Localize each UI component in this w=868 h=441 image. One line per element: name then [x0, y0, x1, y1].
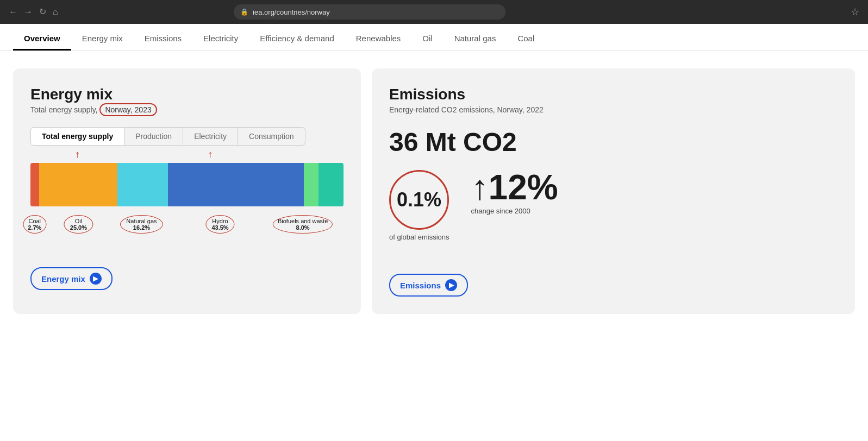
emissions-pct-circle: 0.1% [389, 170, 449, 230]
main-content: Energy mix Total energy supply, Norway, … [0, 51, 868, 331]
energy-mix-link-label: Energy mix [41, 274, 85, 284]
bar-label-natural-gas: Natural gas 16.2% [120, 215, 163, 234]
label-oil-value: 25.0% [70, 224, 87, 231]
browser-chrome: ← → ↻ ⌂ 🔒 iea.org/countries/norway ☆ [0, 0, 868, 24]
label-biofuels-value: 8.0% [278, 224, 328, 231]
nav-item-electricity[interactable]: Electricity [192, 24, 249, 51]
energy-mix-title: Energy mix [30, 86, 344, 103]
tab-arrow-total: ↑ [75, 149, 80, 160]
emissions-subtitle: Energy-related CO2 emissions, Norway, 20… [389, 105, 838, 114]
energy-mix-link-arrow: ▶ [90, 273, 102, 285]
nav-item-energy-mix[interactable]: Energy mix [71, 24, 134, 51]
bar-segment-coal [30, 163, 39, 206]
bar-segment-natural-gas [117, 163, 168, 206]
emissions-link-label: Emissions [400, 281, 441, 290]
label-coal-value: 2.7% [28, 224, 41, 231]
emissions-pct-label: of global emissions [389, 233, 449, 241]
tab-electricity[interactable]: Electricity ↑ [183, 127, 238, 146]
label-hydro-value: 43.5% [211, 224, 228, 231]
emissions-change: ↑12% change since 2000 [471, 170, 558, 215]
emissions-main-value: 36 Mt CO2 [389, 127, 838, 157]
bar-label-coal: Coal 2.7% [23, 215, 46, 234]
bar-segment-biofuels-green [304, 163, 318, 206]
label-biofuels-name: Biofuels and waste [278, 218, 328, 224]
label-gas-value: 16.2% [126, 224, 157, 231]
label-oil-name: Oil [70, 218, 87, 224]
tab-total-energy-supply[interactable]: Total energy supply ↑ [30, 127, 124, 146]
energy-mix-link[interactable]: Energy mix ▶ [30, 267, 113, 290]
emissions-change-number: 12% [489, 168, 558, 207]
label-gas-name: Natural gas [126, 218, 157, 224]
emissions-link-arrow: ▶ [445, 279, 457, 291]
emissions-global-pct: 0.1% of global emissions [389, 170, 449, 241]
bar-segment-oil [39, 163, 117, 206]
emissions-card: Emissions Energy-related CO2 emissions, … [372, 68, 855, 314]
nav-item-overview[interactable]: Overview [13, 24, 71, 51]
emissions-pct-value: 0.1% [397, 188, 441, 211]
cards-row: Energy mix Total energy supply, Norway, … [13, 68, 855, 314]
bar-segment-hydro [168, 163, 304, 206]
home-button[interactable]: ⌂ [53, 8, 58, 16]
nav-item-natural-gas[interactable]: Natural gas [444, 24, 507, 51]
bar-chart [30, 163, 344, 206]
emissions-link[interactable]: Emissions ▶ [389, 274, 468, 297]
address-bar[interactable]: 🔒 iea.org/countries/norway [234, 4, 505, 20]
nav-bar: Overview Energy mix Emissions Electricit… [0, 24, 868, 51]
energy-mix-subtitle-highlight: Norway, 2023 [99, 103, 157, 116]
nav-item-renewables[interactable]: Renewables [345, 24, 412, 51]
refresh-button[interactable]: ↻ [39, 8, 46, 16]
energy-mix-tabs: Total energy supply ↑ Production Electri… [30, 127, 344, 146]
address-icon: 🔒 [240, 8, 248, 16]
emissions-change-value: ↑12% [471, 170, 558, 205]
bar-chart-container: Coal 2.7% Oil 25.0% Natura [30, 163, 344, 248]
bar-label-oil: Oil 25.0% [64, 215, 93, 234]
energy-mix-card: Energy mix Total energy supply, Norway, … [13, 68, 361, 314]
nav-item-oil[interactable]: Oil [411, 24, 443, 51]
tab-production[interactable]: Production [124, 127, 183, 146]
energy-mix-subtitle: Total energy supply, Norway, 2023 [30, 105, 344, 114]
label-hydro-name: Hydro [211, 218, 228, 224]
bar-label-hydro: Hydro 43.5% [205, 215, 234, 234]
nav-item-emissions[interactable]: Emissions [134, 24, 192, 51]
nav-item-efficiency[interactable]: Efficiency & demand [249, 24, 345, 51]
bar-segment-biofuels-teal [319, 163, 344, 206]
tab-arrow-electricity: ↑ [208, 149, 213, 160]
bar-label-biofuels: Biofuels and waste 8.0% [273, 215, 333, 234]
forward-button[interactable]: → [24, 8, 33, 16]
label-coal-name: Coal [28, 218, 41, 224]
url-text: iea.org/countries/norway [253, 8, 330, 16]
back-button[interactable]: ← [9, 8, 17, 16]
emissions-stats: 0.1% of global emissions ↑12% change sin… [389, 170, 838, 241]
nav-item-coal[interactable]: Coal [507, 24, 545, 51]
bookmark-star[interactable]: ☆ [851, 6, 859, 18]
tab-consumption[interactable]: Consumption [238, 127, 305, 146]
emissions-up-arrow: ↑ [471, 168, 489, 207]
emissions-change-label: change since 2000 [471, 207, 558, 215]
emissions-title: Emissions [389, 86, 838, 103]
